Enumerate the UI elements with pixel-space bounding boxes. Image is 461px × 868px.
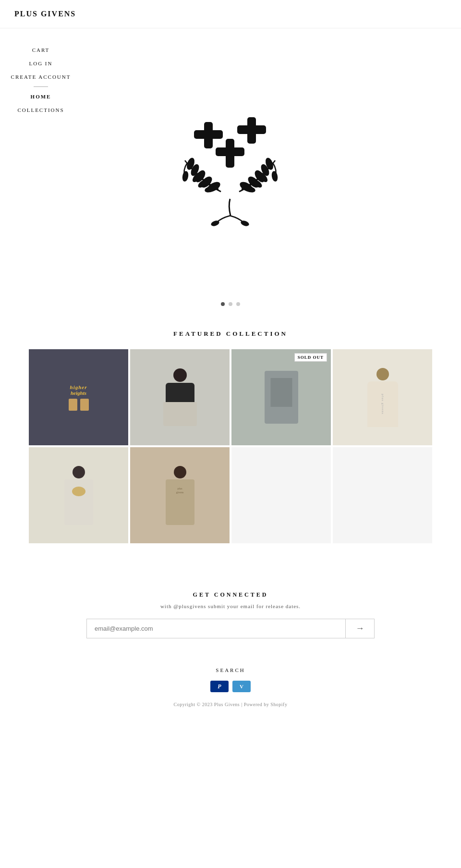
page-wrapper: PLUS GIVENS CART LOG IN CREATE ACCOUNT H… (0, 0, 461, 717)
get-connected-title: GET CONNECTED (0, 591, 461, 599)
product-card-4[interactable]: plus givens (333, 349, 432, 445)
get-connected-subtitle: with @plusgivens submit your email for r… (0, 603, 461, 609)
carousel-dot-1[interactable] (221, 302, 225, 306)
main-content: FEATURED COLLECTION higher heights (0, 28, 461, 717)
product-image-1: higher heights (29, 349, 128, 445)
venmo-icon: V (232, 681, 251, 692)
product-image-empty-2 (333, 447, 432, 543)
product-card-6[interactable]: plusgivens (130, 447, 230, 543)
svg-rect-5 (216, 147, 244, 156)
product-image-2 (130, 349, 230, 445)
carousel-dot-3[interactable] (236, 302, 240, 306)
svg-rect-1 (194, 130, 223, 139)
hero-logo (158, 96, 303, 230)
carousel-dot-2[interactable] (229, 302, 232, 306)
product-card-3[interactable]: SOLD OUT (231, 349, 331, 445)
product-image-3 (231, 349, 331, 445)
header: PLUS GIVENS (0, 0, 461, 28)
hero-section (0, 28, 461, 297)
footer-copyright: Copyright © 2023 Plus Givens | Powered b… (0, 702, 461, 707)
product-card-5[interactable] (29, 447, 128, 543)
email-input[interactable] (87, 619, 345, 638)
product-card-empty-1 (231, 447, 331, 543)
footer: SEARCH P V Copyright © 2023 Plus Givens … (0, 653, 461, 717)
svg-rect-3 (237, 125, 266, 134)
product-image-4: plus givens (333, 349, 432, 445)
carousel-dots (0, 297, 461, 316)
get-connected-section: GET CONNECTED with @plusgivens submit yo… (0, 562, 461, 653)
product-card-1[interactable]: higher heights (29, 349, 128, 445)
featured-title: FEATURED COLLECTION (0, 330, 461, 338)
product-image-empty-1 (231, 447, 331, 543)
sold-out-badge: SOLD OUT (294, 353, 327, 362)
svg-point-14 (182, 171, 188, 181)
featured-section: FEATURED COLLECTION higher heights (0, 316, 461, 562)
footer-search-link[interactable]: SEARCH (0, 667, 461, 673)
product-grid-bottom: plusgivens (0, 447, 461, 543)
brand-name: PLUS GIVENS (14, 10, 76, 18)
payment-icons: P V (0, 681, 461, 692)
product-image-5 (29, 447, 128, 543)
email-submit-button[interactable]: → (345, 619, 374, 638)
product-image-6: plusgivens (130, 447, 230, 543)
svg-point-23 (271, 171, 278, 181)
product-grid-top: higher heights (0, 349, 461, 445)
paypal-icon: P (210, 681, 229, 692)
product-card-empty-2 (333, 447, 432, 543)
email-form: → (86, 619, 375, 638)
product-card-2[interactable] (130, 349, 230, 445)
